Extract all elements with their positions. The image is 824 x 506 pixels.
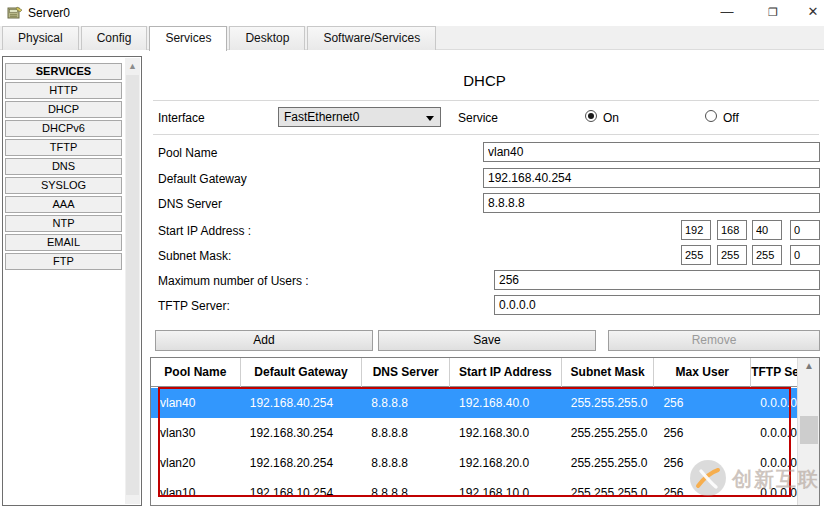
sidebar-item-ntp[interactable]: NTP bbox=[5, 215, 122, 232]
subnet-octet-3[interactable] bbox=[752, 245, 782, 265]
tftp-server-input[interactable] bbox=[494, 295, 820, 315]
cell-tftp: 0.0.0.0 bbox=[751, 388, 797, 418]
dhcp-pool-table: Pool Name Default Gateway DNS Server Sta… bbox=[150, 357, 820, 506]
start-ip-octet-3[interactable] bbox=[752, 220, 782, 240]
col-header-start-ip[interactable]: Start IP Address bbox=[450, 358, 562, 387]
col-header-tftp-server[interactable]: TFTP Server bbox=[751, 358, 797, 387]
minimize-button[interactable]: — bbox=[710, 0, 744, 26]
add-button[interactable]: Add bbox=[155, 330, 373, 351]
service-on-radio[interactable] bbox=[585, 110, 597, 122]
page-title: DHCP bbox=[145, 72, 824, 89]
sidebar-item-http[interactable]: HTTP bbox=[5, 82, 122, 99]
subnet-octet-2[interactable] bbox=[717, 245, 747, 265]
cell-mask: 255.255.255.0 bbox=[562, 478, 655, 506]
tab-services[interactable]: Services bbox=[149, 26, 227, 51]
sidebar-item-ftp[interactable]: FTP bbox=[5, 253, 122, 270]
service-off-label: Off bbox=[723, 111, 739, 125]
maximize-button[interactable]: ❐ bbox=[756, 0, 790, 26]
cell-pool: vlan30 bbox=[151, 418, 241, 448]
tab-software-services[interactable]: Software/Services bbox=[307, 26, 436, 50]
table-scrollbar[interactable]: ▲ bbox=[797, 358, 819, 505]
dhcp-panel: DHCP Interface FastEthernet0 Service On … bbox=[145, 50, 824, 506]
chevron-down-icon bbox=[426, 116, 434, 121]
cell-pool: vlan10 bbox=[151, 478, 241, 506]
col-header-pool-name[interactable]: Pool Name bbox=[151, 358, 241, 387]
interface-dropdown[interactable]: FastEthernet0 bbox=[278, 107, 441, 127]
server-config-window: Server0 — ❐ ✕ Physical Config Services D… bbox=[0, 0, 824, 506]
interface-selected-value: FastEthernet0 bbox=[284, 110, 359, 124]
cell-dns: 8.8.8.8 bbox=[362, 418, 450, 448]
close-button[interactable]: ✕ bbox=[802, 0, 824, 26]
sidebar-item-syslog[interactable]: SYSLOG bbox=[5, 177, 122, 194]
cell-gateway: 192.168.30.254 bbox=[241, 418, 363, 448]
col-header-default-gateway[interactable]: Default Gateway bbox=[241, 358, 363, 387]
start-ip-octet-2[interactable] bbox=[717, 220, 747, 240]
service-off-radio[interactable] bbox=[705, 110, 717, 122]
scrollbar-thumb[interactable] bbox=[800, 416, 818, 444]
subnet-octet-1[interactable] bbox=[681, 245, 711, 265]
tab-config[interactable]: Config bbox=[81, 26, 148, 50]
col-header-max-user[interactable]: Max User bbox=[654, 358, 751, 387]
tab-desktop[interactable]: Desktop bbox=[229, 26, 305, 50]
table-row-vlan30[interactable]: vlan30 192.168.30.254 8.8.8.8 192.168.30… bbox=[151, 418, 797, 448]
sidebar-item-dns[interactable]: DNS bbox=[5, 158, 122, 175]
pool-name-input[interactable] bbox=[483, 142, 820, 162]
tftp-server-label: TFTP Server: bbox=[158, 299, 230, 313]
remove-button[interactable]: Remove bbox=[608, 330, 820, 351]
cell-start-ip: 192.168.20.0 bbox=[450, 448, 562, 478]
start-ip-label: Start IP Address : bbox=[158, 224, 251, 238]
dns-server-label: DNS Server bbox=[158, 197, 222, 211]
table-row-vlan10[interactable]: vlan10 192.168.10.254 8.8.8.8 192.168.10… bbox=[151, 478, 797, 506]
start-ip-octet-4[interactable] bbox=[790, 220, 820, 240]
interface-label: Interface bbox=[158, 111, 205, 125]
cell-max-user: 256 bbox=[654, 418, 751, 448]
sidebar-header-services: SERVICES bbox=[5, 63, 122, 80]
cell-gateway: 192.168.10.254 bbox=[241, 478, 363, 506]
divider bbox=[153, 134, 819, 135]
cell-dns: 8.8.8.8 bbox=[362, 388, 450, 418]
sidebar-item-dhcpv6[interactable]: DHCPv6 bbox=[5, 120, 122, 137]
cell-dns: 8.8.8.8 bbox=[362, 478, 450, 506]
sidebar-item-dhcp[interactable]: DHCP bbox=[5, 101, 122, 118]
server-device-icon bbox=[7, 5, 23, 21]
cell-tftp: 0.0.0.0 bbox=[751, 418, 797, 448]
cell-start-ip: 192.168.40.0 bbox=[450, 388, 562, 418]
cell-start-ip: 192.168.30.0 bbox=[450, 418, 562, 448]
save-button[interactable]: Save bbox=[378, 330, 596, 351]
scrollbar-thumb[interactable] bbox=[126, 75, 139, 495]
sidebar-item-email[interactable]: EMAIL bbox=[5, 234, 122, 251]
max-users-label: Maximum number of Users : bbox=[158, 274, 309, 288]
service-label: Service bbox=[458, 111, 498, 125]
cell-mask: 255.255.255.0 bbox=[562, 418, 655, 448]
default-gateway-label: Default Gateway bbox=[158, 172, 247, 186]
default-gateway-input[interactable] bbox=[483, 168, 820, 188]
start-ip-octet-1[interactable] bbox=[681, 220, 711, 240]
sidebar-item-tftp[interactable]: TFTP bbox=[5, 139, 122, 156]
cell-tftp: 0.0.0.0 bbox=[751, 478, 797, 506]
tab-physical[interactable]: Physical bbox=[2, 26, 79, 50]
sidebar-item-aaa[interactable]: AAA bbox=[5, 196, 122, 213]
table-row-vlan40[interactable]: vlan40 192.168.40.254 8.8.8.8 192.168.40… bbox=[151, 388, 797, 418]
cell-pool: vlan40 bbox=[151, 388, 241, 418]
sidebar-scrollbar[interactable]: ▲ bbox=[125, 58, 140, 504]
service-on-label: On bbox=[603, 111, 619, 125]
tab-bar: Physical Config Services Desktop Softwar… bbox=[0, 26, 824, 50]
pool-name-label: Pool Name bbox=[158, 146, 217, 160]
cell-start-ip: 192.168.10.0 bbox=[450, 478, 562, 506]
cell-max-user: 256 bbox=[654, 448, 751, 478]
col-header-subnet-mask[interactable]: Subnet Mask bbox=[562, 358, 655, 387]
cell-dns: 8.8.8.8 bbox=[362, 448, 450, 478]
services-sidebar: SERVICES HTTP DHCP DHCPv6 TFTP DNS SYSLO… bbox=[2, 56, 142, 506]
table-row-vlan20[interactable]: vlan20 192.168.20.254 8.8.8.8 192.168.20… bbox=[151, 448, 797, 478]
cell-max-user: 256 bbox=[654, 388, 751, 418]
title-bar: Server0 — ❐ ✕ bbox=[0, 0, 824, 26]
subnet-octet-4[interactable] bbox=[790, 245, 820, 265]
scroll-up-icon[interactable]: ▲ bbox=[125, 58, 140, 74]
dns-server-input[interactable] bbox=[483, 193, 820, 213]
max-users-input[interactable] bbox=[494, 270, 820, 290]
col-header-dns-server[interactable]: DNS Server bbox=[362, 358, 450, 387]
window-title: Server0 bbox=[28, 6, 70, 20]
subnet-mask-label: Subnet Mask: bbox=[158, 249, 231, 263]
cell-max-user: 256 bbox=[654, 478, 751, 506]
scroll-up-icon[interactable]: ▲ bbox=[798, 360, 820, 371]
